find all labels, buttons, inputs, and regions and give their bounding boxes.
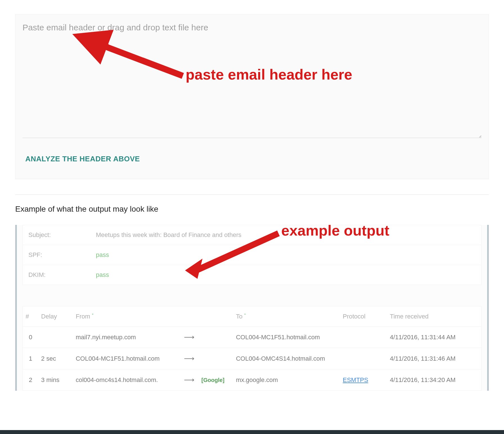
col-tag-h [199, 306, 233, 327]
textarea-wrapper [15, 14, 489, 139]
hops-header-row: # Delay From * To * Protocol Time receiv… [23, 306, 482, 327]
meta-row-dkim: DKIM: pass [23, 265, 481, 285]
analyze-row: ANALYZE THE HEADER ABOVE [15, 139, 489, 179]
cell-protocol [340, 327, 387, 348]
meta-key-spf: SPF: [28, 251, 96, 259]
cell-delay: 3 mins [38, 369, 73, 391]
cell-idx: 2 [23, 369, 39, 391]
cell-tag [199, 327, 233, 348]
cell-tag: [Google] [199, 369, 233, 391]
cell-time: 4/11/2016, 11:31:46 AM [387, 348, 481, 369]
cell-to: mx.google.com [233, 369, 340, 391]
example-output-panel: Subject: Meetups this week with: Board o… [15, 225, 489, 391]
col-arrow-h [180, 306, 199, 327]
meta-key-subject: Subject: [28, 231, 96, 239]
cell-from: COL004-MC1F51.hotmail.com [73, 348, 180, 369]
col-proto: Protocol [340, 306, 387, 327]
arrow-icon: ⟶ [180, 348, 199, 369]
cell-from: col004-omc4s14.hotmail.com. [73, 369, 180, 391]
cell-from: mail7.nyi.meetup.com [73, 327, 180, 348]
email-header-input[interactable] [22, 23, 482, 138]
cell-to: COL004-OMC4S14.hotmail.com [233, 348, 340, 369]
col-to: To * [233, 306, 340, 327]
header-input-card: ANALYZE THE HEADER ABOVE [15, 14, 489, 179]
table-row: 23 minscol004-omc4s14.hotmail.com.⟶[Goog… [23, 369, 482, 391]
meta-table: Subject: Meetups this week with: Board o… [22, 225, 482, 285]
table-row: 12 secCOL004-MC1F51.hotmail.com⟶COL004-O… [23, 348, 482, 369]
cell-delay [38, 327, 73, 348]
col-time: Time received [387, 306, 481, 327]
cell-delay: 2 sec [38, 348, 73, 369]
cell-idx: 0 [23, 327, 39, 348]
meta-row-spf: SPF: pass [23, 245, 481, 265]
meta-key-dkim: DKIM: [28, 271, 96, 279]
cell-idx: 1 [23, 348, 39, 369]
asterisk-icon: * [244, 313, 246, 317]
protocol-link[interactable]: ESMTPS [343, 376, 368, 383]
analyze-button[interactable]: ANALYZE THE HEADER ABOVE [25, 155, 140, 163]
col-idx: # [23, 306, 39, 327]
col-from: From * [73, 306, 180, 327]
arrow-icon: ⟶ [180, 369, 199, 391]
footer-bar [0, 430, 504, 434]
col-delay: Delay [38, 306, 73, 327]
cell-tag [199, 348, 233, 369]
cell-time: 4/11/2016, 11:34:20 AM [387, 369, 481, 391]
arrow-icon: ⟶ [180, 327, 199, 348]
cell-protocol [340, 348, 387, 369]
hops-table: # Delay From * To * Protocol Time receiv… [22, 306, 482, 391]
asterisk-icon: * [92, 313, 93, 317]
divider [15, 195, 489, 195]
meta-row-subject: Subject: Meetups this week with: Board o… [23, 225, 481, 245]
meta-val-dkim: pass [96, 271, 109, 279]
cell-protocol: ESMTPS [340, 369, 387, 391]
cell-to: COL004-MC1F51.hotmail.com [233, 327, 340, 348]
table-row: 0mail7.nyi.meetup.com⟶COL004-MC1F51.hotm… [23, 327, 482, 348]
meta-val-spf: pass [96, 251, 109, 259]
example-output-label: Example of what the output may look like [15, 205, 489, 214]
cell-time: 4/11/2016, 11:31:44 AM [387, 327, 481, 348]
meta-val-subject: Meetups this week with: Board of Finance… [96, 231, 241, 239]
